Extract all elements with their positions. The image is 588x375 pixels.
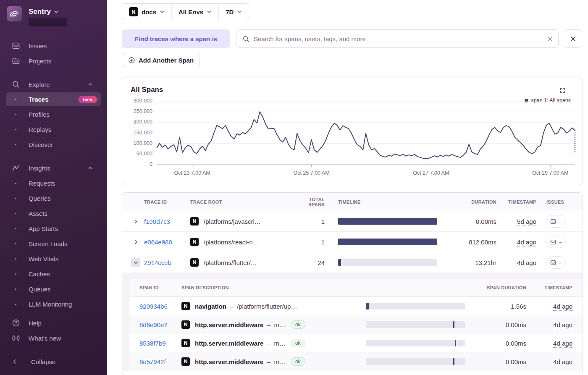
trace-timeline [335, 218, 446, 225]
sidebar: Sentry Issues Projects Explore Traces be… [0, 0, 107, 375]
span-id-link[interactable]: 8d6e90e2 [139, 321, 168, 328]
trace-id-link[interactable]: f1e0d7c3 [144, 218, 170, 225]
status-badge: ok [291, 357, 305, 366]
fullscreen-icon[interactable] [559, 87, 566, 95]
sidebar-item-label: Insights [29, 165, 50, 172]
org-dropdown[interactable]: Sentry [29, 6, 67, 16]
issues-button[interactable]: – [546, 215, 566, 228]
beta-badge: beta [78, 96, 97, 103]
broadcast-icon [12, 334, 20, 342]
main-content: N docs All Envs 7D Find traces where a s… [107, 0, 588, 375]
table-row: e064e980 N /platforms/react-n… 1 812.00m… [122, 232, 583, 252]
nextjs-project-icon: N [190, 258, 199, 267]
remove-span-filter-button[interactable] [564, 29, 582, 48]
sidebar-item-assets[interactable]: Assets [0, 206, 107, 221]
sidebar-item-llm-monitoring[interactable]: LLM Monitoring [0, 296, 107, 312]
sidebar-item-insights[interactable]: Insights [0, 160, 107, 176]
issues-button[interactable]: – [546, 256, 566, 269]
sidebar-item-label: Profiles [29, 111, 50, 118]
insights-icon [12, 164, 20, 172]
sidebar-item-queries[interactable]: Queries [0, 191, 107, 206]
trace-id-link[interactable]: 2914cceb [144, 259, 171, 266]
sidebar-item-requests[interactable]: Requests [0, 176, 107, 191]
trace-id-link[interactable]: e064e980 [144, 239, 172, 246]
close-icon [570, 36, 576, 42]
issues-icon [550, 239, 556, 245]
span-timeline [362, 303, 473, 309]
issues-icon [12, 42, 20, 50]
page-filter-bar: N docs All Envs 7D [122, 3, 249, 20]
bullet-icon [15, 258, 16, 260]
span-description-label: /platforms/flutter/up… [237, 303, 297, 310]
col-total-spans: TOTAL SPANS [297, 197, 335, 207]
sidebar-item-queues[interactable]: Queues [0, 281, 107, 296]
clear-search-button[interactable] [547, 36, 553, 42]
sidebar-item-label: Screen Loads [29, 240, 68, 247]
sidebar-item-issues[interactable]: Issues [0, 38, 107, 53]
org-name-label: Sentry [29, 8, 51, 16]
bullet-icon [15, 288, 16, 290]
trace-timeline [335, 259, 446, 266]
sidebar-collapse-button[interactable]: Collapse [0, 354, 107, 369]
trace-root-label: /platforms/flutter/… [204, 259, 257, 266]
nextjs-project-icon: N [181, 339, 190, 347]
chart-title: All Spans [131, 86, 163, 94]
sidebar-item-traces[interactable]: Traces beta [6, 92, 101, 106]
sidebar-item-replays[interactable]: Replays [0, 122, 107, 137]
project-selector[interactable]: N docs [122, 4, 171, 20]
bullet-icon [15, 144, 16, 145]
span-id-link[interactable]: 920934b6 [139, 303, 168, 310]
bullet-icon [15, 273, 16, 275]
sidebar-item-profiles[interactable]: Profiles [0, 107, 107, 122]
sidebar-item-label: Replays [29, 126, 51, 133]
col-trace-id: TRACE ID [144, 199, 190, 205]
sidebar-item-label: Traces [29, 96, 49, 103]
sidebar-item-screen-loads[interactable]: Screen Loads [0, 236, 107, 251]
environment-selector[interactable]: All Envs [171, 4, 218, 20]
search-icon [242, 35, 249, 42]
x-tick-label: Oct 27 7:00 AM [402, 170, 460, 176]
nextjs-project-icon: N [190, 238, 199, 246]
sidebar-item-label: Help [29, 320, 42, 327]
sidebar-item-label: Explore [29, 81, 50, 88]
org-header: Sentry [0, 0, 107, 26]
sentry-logo-icon[interactable] [7, 6, 22, 21]
span-duration-value: 0.00ms [473, 321, 536, 328]
plus-circle-icon [128, 57, 135, 64]
sidebar-item-web-vitals[interactable]: Web Vitals [0, 251, 107, 266]
traces-table-header: TRACE ID TRACE ROOT TOTAL SPANS TIMELINE… [122, 193, 583, 211]
col-span-timestamp: TIMESTAMP [536, 285, 583, 290]
col-span-description: SPAN DESCRIPTION [181, 285, 362, 290]
environment-label: All Envs [178, 8, 203, 16]
span-id-link[interactable]: 8e57942f [139, 358, 166, 365]
span-id-link[interactable]: 8538f7b9 [139, 340, 166, 347]
add-another-span-button[interactable]: Add Another Span [122, 53, 200, 67]
total-spans-value: 1 [297, 218, 335, 225]
search-icon [12, 80, 20, 89]
span-duration-value: 1.56s [473, 303, 536, 310]
sidebar-item-label: Issues [29, 42, 47, 50]
span-timeline [362, 358, 473, 365]
nextjs-project-icon: N [190, 217, 199, 226]
expand-trace-button[interactable] [127, 217, 144, 226]
sidebar-item-projects[interactable]: Projects [0, 53, 107, 68]
add-span-label: Add Another Span [139, 57, 194, 64]
nextjs-project-icon: N [129, 7, 138, 16]
issues-button[interactable]: – [546, 236, 566, 248]
nextjs-project-icon: N [181, 302, 190, 310]
sidebar-item-app-starts[interactable]: App Starts [0, 221, 107, 236]
sidebar-item-discover[interactable]: Discover [0, 137, 107, 152]
expand-trace-button[interactable] [127, 237, 144, 247]
y-tick-label: 150,000 [122, 130, 152, 136]
search-input[interactable] [254, 35, 547, 42]
duration-value: 812.00ms [446, 239, 507, 246]
sidebar-item-explore[interactable]: Explore [0, 77, 107, 92]
sidebar-item-caches[interactable]: Caches [0, 266, 107, 281]
bullet-icon [15, 129, 16, 130]
timestamp-value: 4d ago [553, 358, 572, 366]
all-spans-chart-panel: All Spans span 1: All spans 050,000100,0… [122, 76, 583, 185]
date-range-selector[interactable]: 7D [218, 4, 249, 20]
sidebar-item-help[interactable]: Help [0, 315, 107, 330]
sidebar-item-what-s-new[interactable]: What's new [0, 330, 107, 346]
expand-trace-button[interactable] [127, 258, 144, 267]
